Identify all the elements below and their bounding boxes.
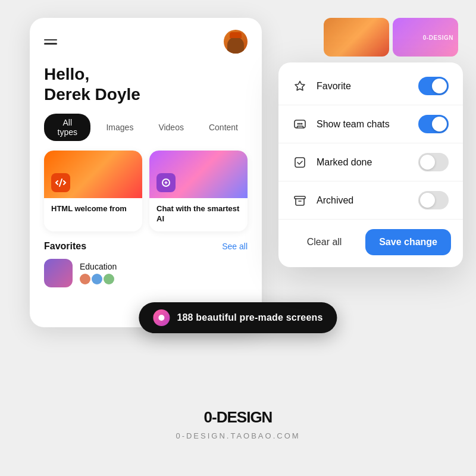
favorites-section: Favorites See all Education [30,241,262,287]
filter-videos[interactable]: Videos [149,118,193,136]
fav-details: Education [80,262,117,284]
brand-logo: 0-DESIGN [0,408,476,427]
card-1-body: HTML welcome from [44,198,142,221]
strip-image-2: 0-DESIGN [393,18,458,57]
app-screen: Hello, Derek Doyle All types Images Vide… [30,18,262,327]
card-1-title: HTML welcome from [51,204,135,214]
greeting-name: Derek Doyle [44,84,248,105]
setting-row-archived: Archived [278,181,463,220]
fav-avatar-2 [92,274,102,284]
card-2-title: Chat with the smartest AI [156,204,240,224]
archived-label: Archived [317,195,409,206]
see-all-link[interactable]: See all [222,242,248,251]
svg-point-2 [298,123,299,124]
banner-dot-icon [153,309,170,326]
fav-avatar-3 [104,274,114,284]
settings-modal: Favorite Show team chats [278,62,463,267]
team-chats-icon [293,117,307,131]
fav-thumb [44,259,73,287]
filter-content[interactable]: Content [199,118,248,136]
app-header [30,18,262,60]
archived-toggle[interactable] [418,191,449,209]
filter-bar: All types Images Videos Content [30,114,262,151]
promo-banner: 188 beautiful pre-made screens [139,302,337,333]
modal-footer: Clear all Save change [278,220,463,258]
marked-done-toggle[interactable] [418,153,449,171]
favorite-toggle[interactable] [418,77,449,95]
card-2-thumb [149,151,248,198]
favorite-toggle-knob [432,79,447,93]
svg-point-4 [301,123,303,124]
card-2-body: Chat with the smartest AI [149,198,248,231]
favorite-icon [293,79,307,93]
team-chats-toggle[interactable] [418,115,449,133]
marked-done-label: Marked done [317,157,409,168]
setting-row-favorite: Favorite [278,67,463,105]
strip-image-1 [324,18,389,57]
svg-rect-6 [295,196,305,199]
svg-point-3 [299,123,301,124]
card-2[interactable]: Chat with the smartest AI [149,151,248,231]
card-1[interactable]: HTML welcome from [44,151,142,231]
archived-icon [293,193,307,208]
setting-row-marked-done: Marked done [278,143,463,181]
filter-all-types[interactable]: All types [44,114,90,141]
greeting-hello: Hello, [44,64,248,84]
marked-done-toggle-knob [420,155,435,170]
card-1-icon [51,173,70,192]
brand-url: 0-DESIGN.TAOBAO.COM [0,431,476,440]
setting-row-team-chats: Show team chats [278,105,463,143]
card-2-icon [156,173,176,192]
save-change-button[interactable]: Save change [365,229,451,255]
favorites-title: Favorites [44,241,86,252]
branding: 0-DESIGN 0-DESIGN.TAOBAO.COM [0,408,476,440]
svg-rect-5 [295,158,305,167]
fav-avatars [80,274,117,284]
fav-item: Education [44,259,248,287]
marked-done-icon [293,155,307,170]
banner-dot-inner [158,315,164,321]
avatar [224,30,248,54]
clear-all-button[interactable]: Clear all [290,229,358,255]
top-strip: 0-DESIGN [324,18,458,57]
strip-label: 0-DESIGN [423,34,453,40]
favorite-label: Favorite [317,81,409,92]
fav-avatar-1 [80,274,90,284]
team-chats-label: Show team chats [317,119,409,130]
hamburger-icon[interactable] [44,39,57,45]
greeting: Hello, Derek Doyle [30,60,262,114]
filter-images[interactable]: Images [96,118,143,136]
archived-toggle-knob [420,193,435,208]
main-container: 0-DESIGN Hello, Derek Doyle All types Im… [0,0,476,476]
cards-row: HTML welcome from Chat with the smartest… [30,151,262,241]
fav-label: Education [80,262,117,271]
favorites-header: Favorites See all [44,241,248,252]
card-1-thumb [44,151,142,198]
team-chats-toggle-knob [432,117,447,131]
banner-text: 188 beautiful pre-made screens [177,312,322,323]
